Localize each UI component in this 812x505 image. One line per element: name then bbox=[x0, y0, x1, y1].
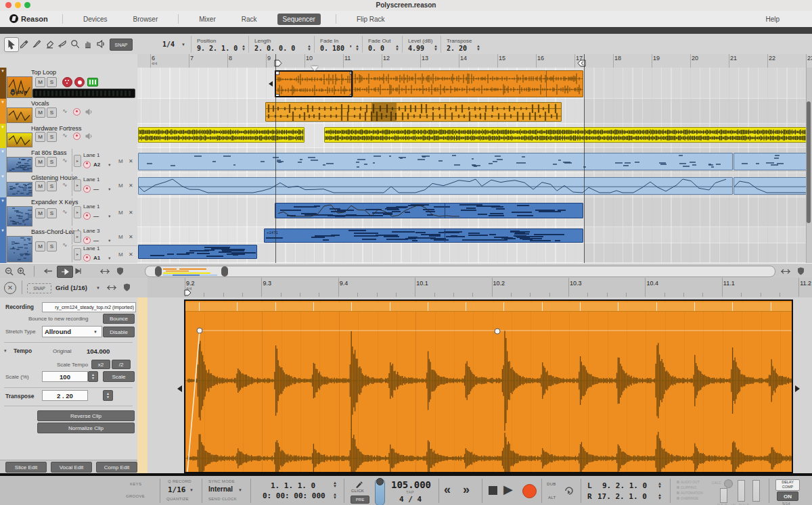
lane-lane-3[interactable]: ▸Lane 3—▼M✕ bbox=[72, 228, 138, 245]
scale-tempo-x2-button[interactable]: x2 bbox=[91, 360, 110, 369]
tap-tempo-button[interactable]: TAP bbox=[406, 490, 414, 494]
track-automation-icon[interactable]: ∿ bbox=[62, 107, 68, 114]
lane-delete-button[interactable]: ✕ bbox=[129, 251, 133, 258]
track-collapse-icon[interactable]: ▼ bbox=[1, 174, 5, 178]
snap-grid-dropdown-icon[interactable]: ▼ bbox=[181, 43, 185, 47]
menu-item-help[interactable]: Help bbox=[765, 16, 780, 23]
keys-label[interactable]: KEYS bbox=[130, 482, 141, 486]
lane-key-value[interactable]: — bbox=[93, 186, 99, 192]
record-enable-icon[interactable] bbox=[73, 133, 81, 140]
shield-icon-right[interactable] bbox=[794, 265, 807, 277]
lane-expand-button[interactable]: ▸ bbox=[74, 206, 81, 218]
lane-record-icon[interactable] bbox=[83, 237, 91, 244]
track-collapse-icon[interactable]: ▼ bbox=[1, 125, 5, 129]
editor-clip-left-arrow[interactable] bbox=[177, 385, 182, 392]
editor-shield-icon[interactable] bbox=[120, 281, 133, 293]
device-thumbnail[interactable] bbox=[7, 206, 32, 226]
clip-0[interactable] bbox=[275, 70, 353, 97]
clip-6[interactable] bbox=[734, 153, 812, 170]
lane-dropdown-icon[interactable]: ▼ bbox=[108, 256, 111, 260]
position-time-stepper[interactable]: ▲▼ bbox=[333, 493, 337, 500]
shield-icon[interactable] bbox=[114, 265, 126, 277]
editor-grid-select[interactable]: Grid (1/16) bbox=[55, 284, 87, 291]
editor-ruler[interactable]: 9.29.39.410.110.210.310.411.111.24/4 bbox=[148, 278, 812, 298]
clip-1[interactable] bbox=[353, 70, 583, 97]
sync-value[interactable]: Internal bbox=[208, 485, 233, 493]
reverse-clip-button[interactable]: Reverse Clip bbox=[37, 410, 135, 421]
track-solo-button[interactable]: S bbox=[47, 241, 57, 251]
delay-comp-on-button[interactable]: ON bbox=[777, 491, 798, 501]
device-thumbnail[interactable] bbox=[7, 133, 32, 147]
track-solo-button[interactable]: S bbox=[47, 157, 57, 167]
time-signature[interactable]: 4 / 4 bbox=[399, 495, 422, 504]
track-top-loop[interactable]: ▼Top LoopMSIN ▾ bbox=[0, 68, 137, 99]
h-zoom-fit-icon[interactable] bbox=[99, 265, 111, 277]
editor-h-zoom-icon[interactable] bbox=[106, 281, 118, 293]
clip-8[interactable] bbox=[734, 177, 812, 195]
track-solo-button[interactable]: S bbox=[47, 181, 57, 191]
song-position-bars[interactable]: 1. 1. 1. 0 bbox=[271, 481, 315, 490]
transpose-stepper[interactable]: ▲▼ bbox=[103, 390, 113, 401]
pre-count-button[interactable]: PRE bbox=[351, 496, 369, 504]
clip-2[interactable] bbox=[265, 102, 562, 122]
menu-item-devices[interactable]: Devices bbox=[78, 14, 113, 25]
overview-handle-left[interactable] bbox=[155, 266, 162, 276]
quantize-dropdown-icon[interactable]: ▼ bbox=[189, 488, 194, 492]
lane-lane-1[interactable]: ▸Lane 1—▼M✕ bbox=[72, 198, 138, 226]
track-solo-button[interactable]: S bbox=[47, 208, 57, 218]
magnify-tool[interactable] bbox=[68, 37, 82, 51]
track-automation-icon[interactable]: ∿ bbox=[62, 132, 68, 139]
zoom-out-icon[interactable] bbox=[3, 265, 15, 277]
lane-lane-1[interactable]: ▸Lane 1A2▼M✕ bbox=[72, 149, 138, 172]
edit-mode-comp-edit[interactable]: Comp Edit bbox=[96, 462, 137, 473]
follow-song-button[interactable] bbox=[57, 266, 73, 278]
track-name[interactable]: Hardware Fortress bbox=[31, 125, 82, 132]
track-solo-button[interactable]: S bbox=[47, 107, 57, 118]
track-mute-button[interactable]: M bbox=[35, 77, 45, 87]
snap-grid-value[interactable]: 1/4 bbox=[162, 41, 175, 48]
device-thumbnail[interactable] bbox=[7, 157, 32, 172]
track-name[interactable]: Vocals bbox=[31, 100, 49, 107]
track-automation-icon[interactable]: ∿ bbox=[62, 181, 68, 188]
editor-grid-dropdown-icon[interactable]: ▼ bbox=[96, 286, 100, 290]
track-automation-icon[interactable]: ∿ bbox=[62, 241, 68, 248]
lane-expand-button[interactable]: ▸ bbox=[74, 231, 81, 243]
editor-clip-right-arrow[interactable] bbox=[795, 385, 800, 392]
stop-button[interactable] bbox=[489, 486, 497, 495]
arrange-vscroll-thumb[interactable] bbox=[807, 101, 811, 223]
right-locator-stepper[interactable]: ▲▼ bbox=[658, 494, 662, 500]
jump-right-icon[interactable] bbox=[73, 265, 85, 277]
normalize-clip-button[interactable]: Normalize Clip bbox=[37, 423, 135, 433]
click-level-slider[interactable] bbox=[375, 479, 385, 505]
menu-item-sequencer[interactable]: Sequencer bbox=[277, 14, 321, 25]
lane-expand-button[interactable]: ▸ bbox=[74, 179, 81, 191]
track-automation-icon[interactable]: ∿ bbox=[62, 157, 68, 164]
lane-key-value[interactable]: A1 bbox=[93, 255, 100, 261]
send-clock-label[interactable]: SEND CLOCK bbox=[208, 497, 237, 501]
follow-left-icon[interactable] bbox=[42, 265, 54, 277]
position-bars-stepper[interactable]: ▲▼ bbox=[333, 481, 337, 488]
tempo-collapse-icon[interactable]: ▾ bbox=[4, 348, 7, 354]
record-button[interactable] bbox=[522, 484, 537, 498]
tempo-value[interactable]: 105.000 bbox=[391, 479, 431, 490]
pencil-tool[interactable] bbox=[17, 37, 30, 51]
clip-fade-handle[interactable] bbox=[311, 66, 318, 71]
input-select[interactable]: IN ▾ bbox=[18, 89, 27, 95]
dub-button[interactable]: DUB bbox=[547, 482, 556, 486]
scale-tempo-half-button[interactable]: /2 bbox=[112, 360, 131, 369]
left-locator-value[interactable]: 9. 2. 1. 0 bbox=[602, 481, 647, 490]
record-enable-icon[interactable] bbox=[62, 77, 72, 87]
clip-3[interactable] bbox=[138, 127, 304, 143]
track-solo-button[interactable]: S bbox=[47, 77, 57, 87]
h-zoom-icon[interactable] bbox=[780, 265, 792, 277]
razor-tool[interactable] bbox=[55, 37, 69, 51]
lane-dropdown-icon[interactable]: ▼ bbox=[108, 163, 111, 167]
track-glistening-house[interactable]: ▼Glistening HouseMS∿▸Lane 1—▼M✕ bbox=[0, 173, 137, 198]
track-vocals[interactable]: ▼VocalsMS∿ bbox=[0, 99, 137, 124]
overview-handle-right[interactable] bbox=[221, 266, 228, 276]
lane-dropdown-icon[interactable]: ▼ bbox=[108, 239, 111, 243]
track-collapse-icon[interactable]: ▼ bbox=[1, 69, 5, 73]
song-overview-scrollbar[interactable] bbox=[145, 266, 775, 277]
lane-mute-button[interactable]: M bbox=[118, 234, 123, 240]
track-collapse-icon[interactable]: ▼ bbox=[1, 100, 5, 104]
